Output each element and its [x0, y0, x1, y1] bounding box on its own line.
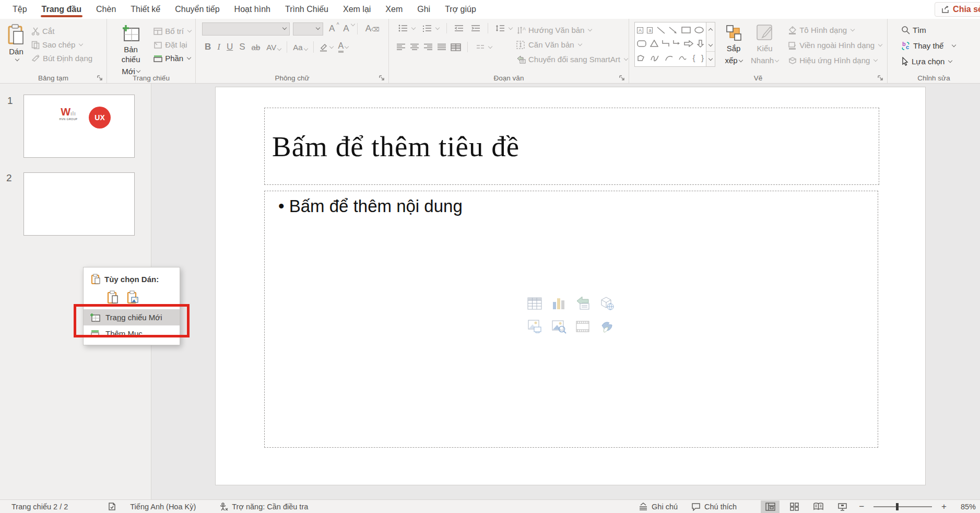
- shape-effects-button[interactable]: Hiệu ứng Hình dạng: [786, 54, 884, 66]
- tab-help[interactable]: Trợ giúp: [438, 0, 483, 19]
- arrange-button[interactable]: Sắp xếp: [721, 22, 747, 68]
- tab-record[interactable]: Ghi: [410, 0, 438, 19]
- slide-indicator[interactable]: Trang chiếu 2 / 2: [11, 503, 68, 511]
- italic-button[interactable]: I: [215, 41, 223, 53]
- comments-button[interactable]: Chú thích: [691, 503, 737, 511]
- cut-button[interactable]: Cắt: [29, 25, 95, 37]
- drawing-dialog-launcher[interactable]: [878, 75, 884, 81]
- rectangle-shape-icon[interactable]: [681, 27, 691, 33]
- tab-review[interactable]: Xem lại: [336, 0, 378, 19]
- convert-smartart-button[interactable]: Chuyển đổi sang SmartArt: [514, 53, 630, 65]
- tab-slideshow[interactable]: Trình Chiếu: [278, 0, 336, 19]
- tab-file[interactable]: Tệp: [5, 0, 34, 19]
- replace-button[interactable]: bc Thay thế: [899, 40, 978, 52]
- shape-outline-button[interactable]: Viền ngoài Hình dạng: [786, 39, 884, 51]
- clipboard-dialog-launcher[interactable]: [97, 75, 103, 81]
- shapes-gallery-scrollbar[interactable]: [706, 22, 715, 67]
- bold-button[interactable]: B: [202, 41, 214, 53]
- tab-view[interactable]: Xem: [378, 0, 410, 19]
- paragraph-dialog-launcher[interactable]: [619, 75, 625, 81]
- right-brace-shape-icon[interactable]: }: [701, 53, 704, 62]
- grow-font-button[interactable]: A^: [326, 22, 337, 35]
- clear-formatting-button[interactable]: A⌫: [363, 22, 382, 35]
- format-painter-button[interactable]: Bút Định dạng: [29, 52, 95, 64]
- select-button[interactable]: Lựa chọn: [899, 55, 978, 67]
- right-arrow-shape-icon[interactable]: [684, 40, 693, 47]
- shrink-font-button[interactable]: A: [340, 22, 351, 35]
- title-placeholder[interactable]: Bấm để thêm tiêu đề: [264, 108, 879, 185]
- scribble-shape-icon[interactable]: [651, 54, 659, 62]
- accessibility-button[interactable]: Trợ năng: Cần điều tra: [219, 502, 308, 511]
- insert-3d-model-icon[interactable]: [599, 296, 615, 311]
- insert-smartart-icon[interactable]: [575, 296, 591, 311]
- text-direction-button[interactable]: A Hướng Văn bản: [514, 24, 630, 36]
- zoom-slider[interactable]: [873, 506, 932, 507]
- slideshow-view-button[interactable]: [833, 500, 852, 513]
- align-left-icon[interactable]: [396, 43, 406, 51]
- line-spacing-button[interactable]: [493, 23, 514, 33]
- change-case-button[interactable]: Aa: [290, 42, 310, 53]
- align-center-icon[interactable]: [410, 43, 419, 51]
- strikethrough-button[interactable]: ab: [249, 42, 263, 53]
- line-shape-icon[interactable]: [657, 27, 665, 34]
- font-dialog-launcher[interactable]: [379, 75, 385, 81]
- paste-keep-theme-icon[interactable]: [107, 290, 119, 304]
- shapes-scroll-up-icon[interactable]: [706, 22, 715, 37]
- left-brace-shape-icon[interactable]: {: [693, 53, 695, 62]
- zoom-slider-handle[interactable]: [896, 503, 899, 510]
- tab-design[interactable]: Thiết kế: [123, 0, 168, 19]
- zoom-level[interactable]: 85%: [954, 503, 976, 511]
- copy-button[interactable]: Sao chép: [29, 39, 95, 51]
- reset-button[interactable]: Đặt lại: [151, 39, 193, 51]
- zoom-out-button[interactable]: −: [857, 502, 866, 512]
- context-menu-item-new-slide[interactable]: Trang chiếu Mới: [84, 309, 180, 325]
- tab-insert[interactable]: Chèn: [89, 0, 123, 19]
- arc-shape-icon[interactable]: [665, 55, 673, 61]
- decrease-indent-button[interactable]: [452, 23, 466, 33]
- notes-button[interactable]: Ghi chú: [639, 503, 678, 511]
- insert-icons-icon[interactable]: [599, 319, 615, 334]
- curve-shape-icon[interactable]: [679, 55, 687, 61]
- text-shadow-button[interactable]: S: [237, 41, 247, 53]
- insert-pictures-icon[interactable]: [527, 319, 542, 334]
- align-right-icon[interactable]: [423, 43, 433, 51]
- justify-icon[interactable]: [437, 43, 446, 51]
- tab-home[interactable]: Trang đầu: [34, 0, 89, 19]
- textbox-shape-icon[interactable]: A: [637, 27, 643, 33]
- insert-chart-icon[interactable]: [551, 296, 566, 311]
- section-button[interactable]: Phần: [151, 52, 193, 64]
- bullets-button[interactable]: [396, 23, 417, 33]
- freeform-shape-icon[interactable]: [637, 54, 645, 62]
- underline-button[interactable]: U: [224, 41, 235, 53]
- slide1-thumbnail[interactable]: Wılı HVN GROUP UX: [23, 95, 135, 158]
- layout-button[interactable]: Bố trí: [151, 25, 193, 37]
- elbow-arrow-shape-icon[interactable]: [673, 40, 680, 47]
- tab-transitions[interactable]: Chuyển tiếp: [168, 0, 227, 19]
- spellcheck-button[interactable]: [108, 502, 116, 511]
- arrow-shape-icon[interactable]: [669, 27, 677, 34]
- columns-icon[interactable]: [451, 43, 461, 51]
- context-menu-item-add-section[interactable]: Thêm Mục: [84, 325, 180, 342]
- character-spacing-button[interactable]: AV: [264, 42, 284, 53]
- slide2-thumbnail[interactable]: [23, 172, 135, 236]
- insert-table-icon[interactable]: [527, 296, 542, 311]
- oval-shape-icon[interactable]: [694, 27, 704, 33]
- language-button[interactable]: Tiếng Anh (Hoa Kỳ): [130, 503, 196, 511]
- font-name-combo[interactable]: [202, 22, 290, 36]
- textbox2-shape-icon[interactable]: a: [647, 27, 653, 33]
- paste-dropdown-chevron[interactable]: [15, 57, 19, 61]
- align-text-button[interactable]: Căn Văn bản: [514, 39, 630, 51]
- zoom-in-button[interactable]: +: [939, 502, 949, 512]
- insert-stock-images-icon[interactable]: [551, 319, 566, 334]
- numbering-button[interactable]: [420, 23, 441, 33]
- reading-view-button[interactable]: [809, 500, 828, 513]
- find-button[interactable]: Tìm: [899, 24, 978, 36]
- slide-sorter-view-button[interactable]: [785, 500, 804, 513]
- shape-fill-button[interactable]: Tô Hình dạng: [786, 24, 884, 36]
- increase-indent-button[interactable]: [469, 23, 482, 33]
- quick-styles-button[interactable]: Kiểu Nhanh: [747, 22, 783, 68]
- elbow-shape-icon[interactable]: [662, 40, 669, 47]
- new-slide-button[interactable]: Bản chiếu Mới: [110, 22, 151, 78]
- tab-animations[interactable]: Hoạt hình: [227, 0, 278, 19]
- paste-button[interactable]: Dán: [3, 22, 29, 64]
